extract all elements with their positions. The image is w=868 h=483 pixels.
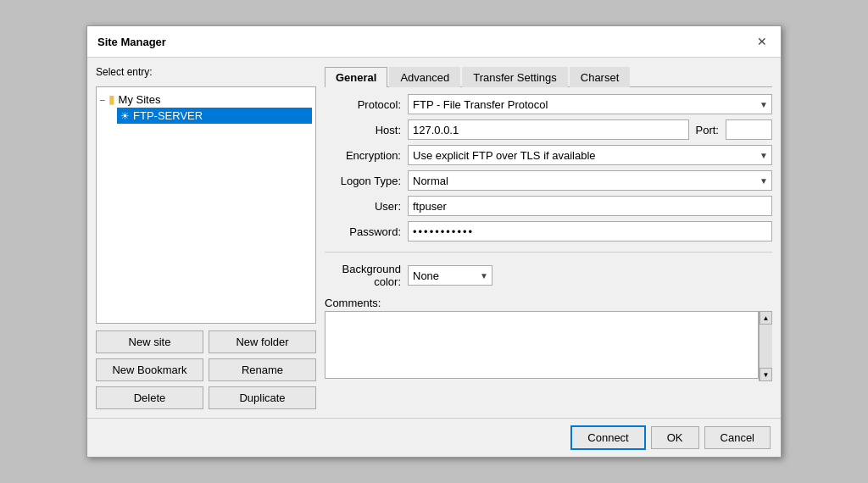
user-row: User: bbox=[325, 196, 772, 216]
comments-textarea[interactable] bbox=[325, 311, 759, 379]
site-manager-dialog: Site Manager ✕ Select entry: – ▮ My Site… bbox=[86, 25, 782, 458]
collapse-icon: – bbox=[100, 95, 105, 104]
duplicate-button[interactable]: Duplicate bbox=[209, 386, 316, 409]
rename-button[interactable]: Rename bbox=[209, 358, 316, 381]
port-label: Port: bbox=[696, 124, 719, 136]
password-input[interactable] bbox=[408, 221, 772, 242]
close-button[interactable]: ✕ bbox=[754, 33, 771, 50]
server-icon: ☀ bbox=[120, 110, 130, 122]
user-label: User: bbox=[325, 200, 401, 213]
tree-children: ☀ FTP-SERVER bbox=[100, 108, 312, 124]
logon-type-label: Logon Type: bbox=[325, 175, 401, 187]
scroll-up-button[interactable]: ▲ bbox=[760, 311, 772, 325]
encryption-select[interactable]: Use explicit FTP over TLS if available bbox=[408, 145, 772, 165]
password-row: Password: bbox=[325, 221, 772, 242]
tab-general[interactable]: General bbox=[325, 67, 387, 87]
right-panel: General Advanced Transfer Settings Chars… bbox=[325, 66, 772, 409]
comments-scrollbar[interactable]: ▲ ▼ bbox=[759, 311, 772, 381]
folder-icon: ▮ bbox=[108, 92, 115, 106]
cancel-button[interactable]: Cancel bbox=[704, 426, 771, 449]
protocol-row: Protocol: FTP - File Transfer Protocol ▼ bbox=[325, 94, 772, 114]
tree-item-ftp-server[interactable]: ☀ FTP-SERVER bbox=[117, 108, 312, 124]
scroll-down-button[interactable]: ▼ bbox=[760, 368, 772, 381]
host-row: Host: Port: bbox=[325, 119, 772, 140]
select-entry-label: Select entry: bbox=[96, 66, 316, 78]
ok-button[interactable]: OK bbox=[651, 426, 699, 449]
dialog-title: Site Manager bbox=[97, 36, 166, 48]
new-folder-button[interactable]: New folder bbox=[209, 330, 316, 353]
logon-type-select-wrapper: Normal ▼ bbox=[408, 170, 772, 191]
host-input[interactable] bbox=[408, 119, 689, 140]
encryption-label: Encryption: bbox=[325, 149, 401, 162]
comments-wrapper: ▲ ▼ bbox=[325, 311, 772, 381]
titlebar: Site Manager ✕ bbox=[87, 26, 781, 58]
bg-color-select-wrapper: None ▼ bbox=[408, 265, 492, 286]
protocol-select-wrapper: FTP - File Transfer Protocol ▼ bbox=[408, 94, 772, 114]
logon-type-select[interactable]: Normal bbox=[408, 170, 772, 191]
encryption-row: Encryption: Use explicit FTP over TLS if… bbox=[325, 145, 772, 165]
tab-transfer-settings[interactable]: Transfer Settings bbox=[462, 67, 568, 87]
connect-button[interactable]: Connect bbox=[570, 425, 645, 450]
bg-color-label: Background color: bbox=[325, 263, 401, 288]
encryption-select-wrapper: Use explicit FTP over TLS if available ▼ bbox=[408, 145, 772, 165]
left-panel: Select entry: – ▮ My Sites ☀ FTP-SERVER … bbox=[96, 66, 316, 409]
tree-area: – ▮ My Sites ☀ FTP-SERVER bbox=[96, 86, 316, 324]
comments-section: Comments: ▲ ▼ bbox=[325, 293, 772, 381]
tab-charset[interactable]: Charset bbox=[570, 67, 631, 87]
protocol-select[interactable]: FTP - File Transfer Protocol bbox=[408, 94, 772, 114]
dialog-body: Select entry: – ▮ My Sites ☀ FTP-SERVER … bbox=[87, 58, 781, 418]
logon-type-row: Logon Type: Normal ▼ bbox=[325, 170, 772, 191]
bg-color-row: Background color: None ▼ bbox=[325, 263, 772, 288]
button-grid: New site New folder New Bookmark Rename … bbox=[96, 330, 316, 409]
new-site-button[interactable]: New site bbox=[96, 330, 203, 353]
comments-label: Comments: bbox=[325, 297, 772, 309]
protocol-label: Protocol: bbox=[325, 98, 401, 111]
password-label: Password: bbox=[325, 225, 401, 238]
new-bookmark-button[interactable]: New Bookmark bbox=[96, 358, 203, 381]
ftp-server-label: FTP-SERVER bbox=[133, 109, 203, 122]
tree-folder-my-sites[interactable]: – ▮ My Sites bbox=[100, 91, 312, 108]
host-label: Host: bbox=[325, 124, 401, 136]
tab-advanced[interactable]: Advanced bbox=[389, 67, 460, 87]
delete-button[interactable]: Delete bbox=[96, 386, 203, 409]
user-input[interactable] bbox=[408, 196, 772, 216]
bottom-bar: Connect OK Cancel bbox=[87, 418, 781, 457]
form-area: Protocol: FTP - File Transfer Protocol ▼… bbox=[325, 94, 772, 381]
divider bbox=[325, 252, 772, 253]
my-sites-label: My Sites bbox=[119, 93, 161, 106]
tabs: General Advanced Transfer Settings Chars… bbox=[325, 66, 772, 87]
bg-color-select[interactable]: None bbox=[408, 265, 492, 286]
port-input[interactable] bbox=[726, 119, 772, 140]
